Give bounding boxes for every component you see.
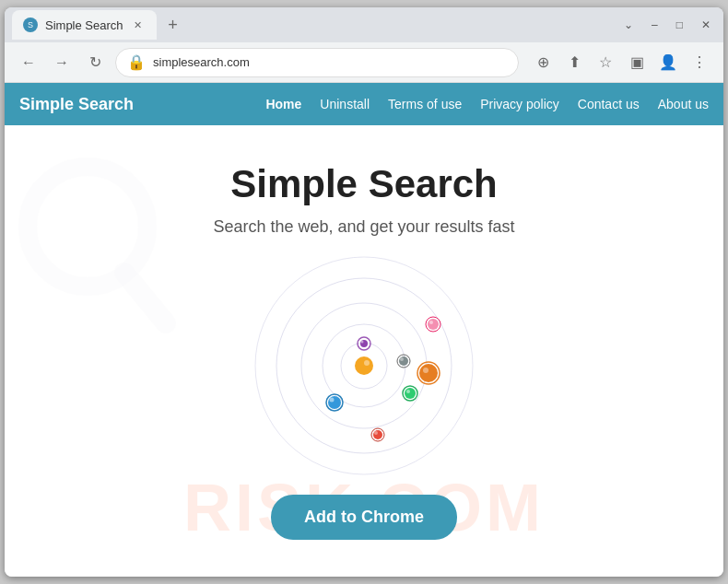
svg-line-1 xyxy=(124,273,166,323)
maximize-button[interactable]: □ xyxy=(671,17,688,33)
svg-point-26 xyxy=(374,431,378,435)
svg-point-7 xyxy=(355,356,373,375)
solar-system-graphic xyxy=(226,255,502,476)
svg-point-16 xyxy=(405,388,416,399)
svg-point-14 xyxy=(400,357,404,361)
chevron-down-icon[interactable]: ⌄ xyxy=(618,17,639,33)
bookmark-icon[interactable]: ☆ xyxy=(593,50,618,76)
browser-window: S Simple Search ✕ + ⌄ – □ ✕ ← → ↻ 🔒 simp… xyxy=(5,7,723,577)
title-bar: S Simple Search ✕ + ⌄ – □ ✕ xyxy=(5,7,723,42)
nav-links: Home Uninstall Terms of use Privacy poli… xyxy=(265,97,709,111)
lock-icon: 🔒 xyxy=(127,53,146,71)
nav-uninstall[interactable]: Uninstall xyxy=(320,97,370,111)
nav-contact[interactable]: Contact us xyxy=(578,97,640,111)
svg-point-13 xyxy=(399,356,408,366)
svg-point-28 xyxy=(428,319,439,330)
nav-terms[interactable]: Terms of use xyxy=(388,97,462,111)
svg-point-22 xyxy=(419,364,438,382)
page-content: Simple Search Home Uninstall Terms of us… xyxy=(5,83,723,577)
url-text: simplesearch.com xyxy=(153,55,507,69)
profile-icon[interactable]: 👤 xyxy=(655,50,681,76)
address-bar: ← → ↻ 🔒 simplesearch.com ⊕ ⬆ ☆ ▣ 👤 ⋮ xyxy=(5,42,723,83)
toolbar-icons: ⊕ ⬆ ☆ ▣ 👤 ⋮ xyxy=(530,50,712,76)
title-bar-left: S Simple Search ✕ + xyxy=(12,10,186,40)
back-button[interactable]: ← xyxy=(16,50,41,76)
search-icon[interactable]: ⊕ xyxy=(530,50,556,76)
svg-point-17 xyxy=(406,390,410,393)
hero-subtitle: Search the web, and get your results fas… xyxy=(23,217,705,237)
tab-title: Simple Search xyxy=(45,18,123,32)
extension-icon[interactable]: ▣ xyxy=(624,50,650,76)
active-tab[interactable]: S Simple Search ✕ xyxy=(12,10,157,40)
svg-point-23 xyxy=(423,368,429,373)
menu-icon[interactable]: ⋮ xyxy=(687,50,712,76)
site-logo: Simple Search xyxy=(19,95,134,114)
svg-point-20 xyxy=(330,398,335,403)
forward-button[interactable]: → xyxy=(49,50,75,76)
window-controls: ⌄ – □ ✕ xyxy=(618,17,716,33)
url-bar[interactable]: 🔒 simplesearch.com xyxy=(115,48,519,77)
new-tab-button[interactable]: + xyxy=(160,12,186,38)
nav-home[interactable]: Home xyxy=(265,97,301,111)
hero-section: RISK.COM Simple Search Search the web, a… xyxy=(5,125,723,577)
svg-point-29 xyxy=(429,321,433,324)
svg-point-8 xyxy=(364,360,370,366)
svg-point-19 xyxy=(328,396,341,409)
hero-title: Simple Search xyxy=(23,162,705,206)
nav-about[interactable]: About us xyxy=(658,97,709,111)
minimize-button[interactable]: – xyxy=(646,17,663,33)
share-icon[interactable]: ⬆ xyxy=(561,50,587,76)
close-button[interactable]: ✕ xyxy=(696,17,716,33)
nav-privacy[interactable]: Privacy policy xyxy=(480,97,559,111)
site-nav: Simple Search Home Uninstall Terms of us… xyxy=(5,83,723,125)
svg-point-25 xyxy=(373,430,382,439)
svg-point-11 xyxy=(361,341,364,344)
tab-close-button[interactable]: ✕ xyxy=(131,18,146,32)
add-to-chrome-button[interactable]: Add to Chrome xyxy=(271,495,457,540)
tab-favicon: S xyxy=(23,18,38,32)
reload-button[interactable]: ↻ xyxy=(82,50,108,76)
